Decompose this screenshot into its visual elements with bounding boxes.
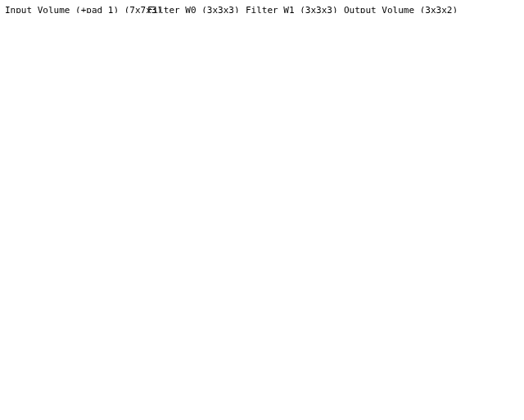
- input-title: Input Volume (+pad 1) (7x7x3): [5, 5, 162, 13]
- out-title: Output Volume (3x3x2): [344, 5, 458, 13]
- w0-title: Filter W0 (3x3x3): [147, 5, 240, 13]
- w1-title: Filter W1 (3x3x3): [246, 5, 338, 13]
